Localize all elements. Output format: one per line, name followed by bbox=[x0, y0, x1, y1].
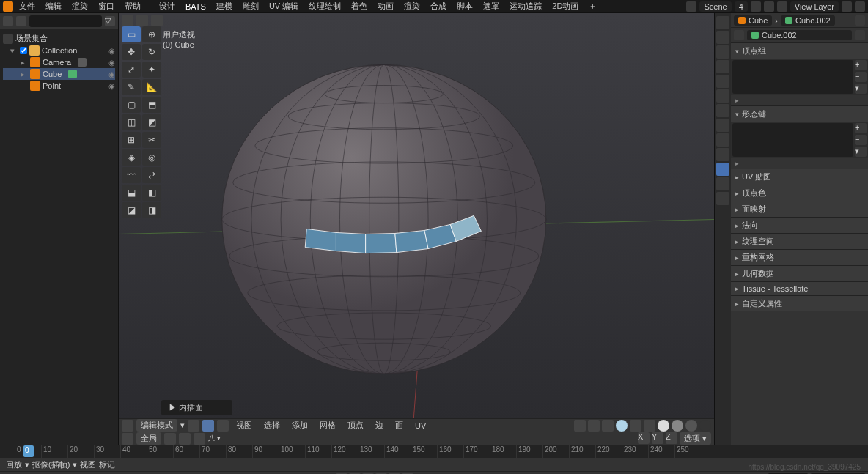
mirror-z-icon[interactable]: Z bbox=[666, 432, 677, 444]
smooth-tool[interactable]: 〰 bbox=[122, 167, 141, 183]
panel-header-vertex-colors[interactable]: ▸顶点色 bbox=[731, 185, 868, 201]
workspace-tab[interactable]: 渲染 bbox=[400, 0, 424, 13]
xray-icon[interactable] bbox=[644, 420, 655, 432]
matprev-shading-icon[interactable] bbox=[685, 420, 697, 432]
menu-edit[interactable]: 编辑 bbox=[41, 0, 66, 13]
timeline-ruler[interactable]: 0102030405060708090100110120130140150160… bbox=[0, 445, 868, 458]
workspace-tab[interactable]: 遮罩 bbox=[479, 0, 504, 13]
select-tool[interactable]: ▭ bbox=[122, 26, 141, 42]
options-dropdown[interactable]: 选项 ▾ bbox=[680, 432, 711, 445]
snap-icon[interactable] bbox=[588, 420, 600, 432]
datablock-name-input[interactable]: Cube.002 bbox=[747, 30, 852, 40]
spin-tool[interactable]: ◎ bbox=[142, 149, 161, 166]
workspace-tab[interactable]: 设计 bbox=[155, 0, 180, 13]
tl-keying[interactable]: 抠像(插帧) bbox=[32, 459, 70, 470]
remove-icon[interactable]: − bbox=[855, 72, 867, 82]
extrude-tool[interactable]: ⬒ bbox=[142, 97, 161, 113]
shrink-tool[interactable]: ⬓ bbox=[122, 185, 141, 201]
prop-tab-render[interactable] bbox=[716, 16, 729, 29]
vertex-select-icon[interactable] bbox=[188, 420, 199, 432]
visibility-icon[interactable]: ◉ bbox=[108, 70, 115, 78]
scene-dropdown[interactable]: Scene bbox=[699, 1, 731, 12]
panel-header-normals[interactable]: ▸法向 bbox=[731, 218, 868, 233]
loopcut-tool[interactable]: ⊞ bbox=[122, 132, 141, 148]
add-icon[interactable]: + bbox=[855, 123, 867, 133]
mirror-y-icon[interactable]: Y bbox=[652, 432, 663, 444]
visibility-icon[interactable]: ◉ bbox=[108, 82, 115, 90]
orientation-icon[interactable] bbox=[122, 433, 133, 445]
remove-icon[interactable]: − bbox=[855, 135, 867, 145]
face-select-icon[interactable] bbox=[217, 420, 229, 432]
gizmo-toggle-icon[interactable] bbox=[136, 15, 148, 26]
prop-tab-particle[interactable] bbox=[716, 119, 729, 132]
knife-tool[interactable]: ✂ bbox=[142, 132, 161, 148]
prop-tab-physics[interactable] bbox=[716, 133, 729, 147]
menu-window[interactable]: 窗口 bbox=[94, 0, 119, 13]
workspace-tab[interactable]: 2D动画 bbox=[548, 0, 583, 13]
workspace-tab[interactable]: 脚本 bbox=[452, 0, 477, 13]
collection-checkbox[interactable] bbox=[20, 47, 27, 54]
edge-select-icon[interactable] bbox=[202, 420, 214, 432]
prop-tab-object[interactable] bbox=[716, 89, 729, 103]
dropdown-icon[interactable]: ▾ bbox=[855, 84, 867, 94]
panel-header-remesh[interactable]: ▸重构网格 bbox=[731, 250, 868, 265]
del-viewlayer-icon[interactable] bbox=[855, 1, 865, 12]
tl-view[interactable]: 视图 bbox=[80, 459, 96, 470]
panel-header-uv-maps[interactable]: ▸UV 贴图 bbox=[731, 169, 868, 185]
prop-tab-output[interactable] bbox=[716, 31, 729, 44]
measure-tool[interactable]: 📐 bbox=[142, 79, 161, 95]
editor-type-icon[interactable] bbox=[122, 420, 133, 432]
outliner-camera-row[interactable]: ▸ Camera ◉ bbox=[3, 56, 115, 68]
shape-key-list[interactable] bbox=[732, 123, 853, 157]
mode-dropdown[interactable]: 编辑模式 bbox=[136, 419, 177, 432]
orientation-dropdown[interactable]: 全局 bbox=[136, 432, 161, 445]
prop-tab-mesh-data[interactable] bbox=[716, 163, 729, 176]
vp-menu-view[interactable]: 视图 bbox=[232, 419, 257, 432]
mirror-x-icon[interactable]: X bbox=[638, 432, 650, 444]
solid-shading-icon[interactable] bbox=[672, 420, 683, 432]
outliner-search-input[interactable] bbox=[29, 15, 102, 27]
prop-crumb-data[interactable]: Cube.002 bbox=[781, 15, 835, 26]
panel-header-tissue[interactable]: ▸Tissue - Tessellate bbox=[731, 282, 868, 295]
pin-icon[interactable] bbox=[855, 15, 865, 26]
proportional-icon[interactable] bbox=[602, 420, 614, 432]
workspace-tab[interactable]: 运动追踪 bbox=[505, 0, 546, 13]
workspace-tab[interactable]: 雕刻 bbox=[238, 0, 263, 13]
rendered-shading-icon[interactable] bbox=[699, 420, 711, 432]
prop-edit-icon[interactable] bbox=[194, 433, 205, 445]
workspace-tab[interactable]: 着色 bbox=[347, 0, 372, 13]
prop-tab-world[interactable] bbox=[716, 75, 729, 88]
add-icon[interactable]: + bbox=[855, 60, 867, 70]
prop-tab-constraint[interactable] bbox=[716, 148, 729, 161]
annotate-tool[interactable]: ✎ bbox=[122, 79, 141, 95]
outliner-collection-row[interactable]: ▾ Collection ◉ bbox=[3, 45, 115, 56]
playhead[interactable]: 0 bbox=[23, 445, 34, 457]
rotate-tool[interactable]: ↻ bbox=[142, 44, 161, 60]
visibility-icon[interactable]: ◉ bbox=[108, 47, 115, 55]
outliner-cube-row[interactable]: ▸ Cube ◉ bbox=[3, 68, 115, 80]
panel-header-shape-keys[interactable]: ▾形态键 bbox=[731, 106, 868, 122]
move-tool[interactable]: ✥ bbox=[122, 44, 141, 60]
vp-menu-add[interactable]: 添加 bbox=[287, 419, 312, 432]
workspace-tab[interactable]: 合成 bbox=[426, 0, 451, 13]
workspace-tab[interactable]: UV 编辑 bbox=[265, 0, 303, 13]
menu-render[interactable]: 渲染 bbox=[67, 0, 92, 13]
prop-tab-scene[interactable] bbox=[716, 60, 729, 73]
workspace-add[interactable]: ＋ bbox=[584, 0, 601, 13]
panel-header-texture-space[interactable]: ▸纹理空间 bbox=[731, 234, 868, 249]
pivot-dropdown-icon[interactable] bbox=[164, 433, 176, 445]
visibility-icon[interactable]: ◉ bbox=[108, 59, 115, 67]
panel-header-custom-props[interactable]: ▸自定义属性 bbox=[731, 296, 868, 311]
vp-menu-select[interactable]: 选择 bbox=[260, 419, 284, 432]
shield-icon[interactable] bbox=[855, 30, 865, 40]
new-viewlayer-icon[interactable] bbox=[842, 1, 852, 12]
scale-tool[interactable]: ⤢ bbox=[122, 62, 141, 78]
prop-tab-viewlayer[interactable] bbox=[716, 45, 729, 59]
tl-marker[interactable]: 标记 bbox=[99, 459, 115, 470]
workspace-tab[interactable]: 纹理绘制 bbox=[304, 0, 345, 13]
panel-header-vertex-groups[interactable]: ▾顶点组 bbox=[731, 43, 868, 59]
transform-tool[interactable]: ✦ bbox=[142, 62, 161, 78]
outliner-point-row[interactable]: Point ◉ bbox=[3, 80, 115, 92]
rip-edge-tool[interactable]: ◨ bbox=[142, 202, 161, 218]
del-scene-icon[interactable] bbox=[764, 1, 774, 12]
